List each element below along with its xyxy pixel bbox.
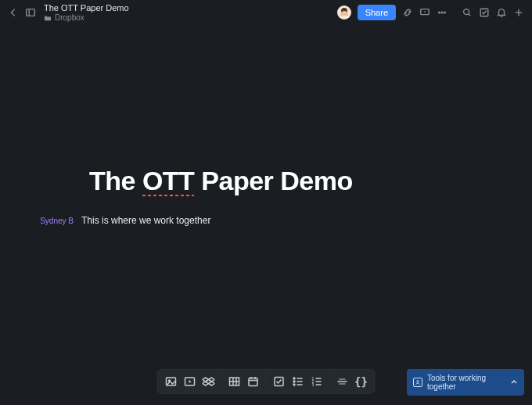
code-braces-icon: {} bbox=[354, 375, 368, 388]
insert-timeline-button[interactable] bbox=[245, 373, 262, 390]
svg-point-5 bbox=[444, 12, 446, 13]
svg-rect-0 bbox=[27, 9, 35, 16]
insert-numbered-list-button[interactable]: 123 bbox=[308, 373, 325, 390]
insert-todo-button[interactable] bbox=[271, 373, 288, 390]
breadcrumb-folder: Dropbox bbox=[55, 13, 84, 22]
more-horizontal-icon bbox=[437, 7, 448, 18]
insert-table-button[interactable] bbox=[226, 373, 243, 390]
insert-bullet-list-button[interactable] bbox=[289, 373, 307, 390]
svg-marker-16 bbox=[209, 378, 215, 382]
svg-point-30 bbox=[293, 384, 295, 385]
insert-code-block-button[interactable]: {} bbox=[353, 373, 370, 390]
heading-misspelled-word[interactable]: OTT bbox=[142, 166, 194, 195]
top-bar-left: The OTT Paper Demo Dropbox bbox=[5, 3, 334, 22]
svg-marker-14 bbox=[189, 380, 192, 383]
document-heading[interactable]: The OTT Paper Demo bbox=[89, 166, 532, 196]
table-icon bbox=[228, 375, 241, 388]
insert-media-button[interactable] bbox=[182, 373, 199, 390]
chevron-left-icon bbox=[8, 7, 19, 18]
collab-tools-callout[interactable]: Tools for working together bbox=[407, 369, 524, 396]
bullet-list-icon bbox=[292, 375, 304, 388]
top-bar: The OTT Paper Demo Dropbox Share bbox=[0, 0, 532, 25]
collab-icon bbox=[413, 378, 422, 387]
callout-text: Tools for working together bbox=[427, 374, 505, 391]
copy-link-button[interactable] bbox=[401, 5, 415, 20]
bell-icon bbox=[496, 7, 507, 18]
author-attribution[interactable]: Sydney B bbox=[0, 217, 81, 225]
search-button[interactable] bbox=[460, 5, 474, 20]
more-button[interactable] bbox=[435, 5, 449, 20]
dropbox-icon bbox=[203, 375, 215, 388]
svg-text:3: 3 bbox=[312, 382, 315, 387]
page-body: The OTT Paper Demo Sydney B This is wher… bbox=[0, 25, 532, 405]
heading-part-1: The bbox=[89, 166, 142, 195]
svg-line-7 bbox=[469, 14, 471, 16]
svg-rect-23 bbox=[249, 378, 257, 386]
svg-point-3 bbox=[439, 12, 440, 13]
plus-icon bbox=[513, 7, 524, 18]
svg-point-43 bbox=[417, 381, 419, 383]
toolbar-separator bbox=[329, 375, 330, 389]
sidebar-toggle-button[interactable] bbox=[23, 5, 38, 20]
svg-point-29 bbox=[293, 381, 295, 382]
svg-point-6 bbox=[464, 9, 469, 15]
insert-image-button[interactable] bbox=[163, 373, 180, 390]
breadcrumb[interactable]: Dropbox bbox=[44, 13, 129, 22]
title-block: The OTT Paper Demo Dropbox bbox=[44, 3, 129, 22]
toolbar-separator bbox=[266, 375, 267, 389]
paragraph-line: Sydney B This is where we work together bbox=[0, 215, 532, 226]
insert-dropbox-file-button[interactable] bbox=[200, 373, 217, 390]
folder-icon bbox=[44, 15, 52, 21]
insert-divider-button[interactable] bbox=[334, 373, 351, 390]
back-button[interactable] bbox=[6, 5, 20, 20]
notifications-button[interactable] bbox=[494, 5, 509, 20]
share-button[interactable]: Share bbox=[358, 5, 396, 20]
chevron-up-icon bbox=[510, 378, 518, 386]
svg-point-4 bbox=[441, 12, 443, 13]
top-bar-right: Share bbox=[334, 5, 527, 20]
check-square-icon bbox=[479, 7, 490, 18]
svg-point-28 bbox=[293, 378, 295, 379]
document-content[interactable]: The OTT Paper Demo Sydney B This is wher… bbox=[0, 166, 532, 226]
new-doc-button[interactable] bbox=[512, 5, 526, 20]
search-icon bbox=[462, 7, 473, 18]
checkbox-icon bbox=[273, 375, 286, 388]
tasks-button[interactable] bbox=[477, 5, 491, 20]
image-icon bbox=[165, 375, 178, 388]
numbered-list-icon: 123 bbox=[311, 375, 323, 388]
svg-marker-18 bbox=[209, 382, 215, 385]
present-button[interactable] bbox=[418, 5, 432, 20]
divider-icon bbox=[336, 375, 349, 388]
doc-title[interactable]: The OTT Paper Demo bbox=[44, 3, 129, 13]
heading-part-2: Paper Demo bbox=[194, 166, 352, 195]
paragraph-text[interactable]: This is where we work together bbox=[81, 215, 210, 226]
avatar[interactable] bbox=[337, 5, 351, 20]
sidebar-icon bbox=[25, 7, 36, 18]
calendar-icon bbox=[247, 375, 260, 388]
link-icon bbox=[402, 7, 413, 18]
presentation-icon bbox=[419, 7, 430, 18]
toolbar-separator bbox=[221, 375, 222, 389]
insert-toolbar: 123 {} bbox=[157, 369, 376, 394]
video-icon bbox=[184, 375, 196, 388]
